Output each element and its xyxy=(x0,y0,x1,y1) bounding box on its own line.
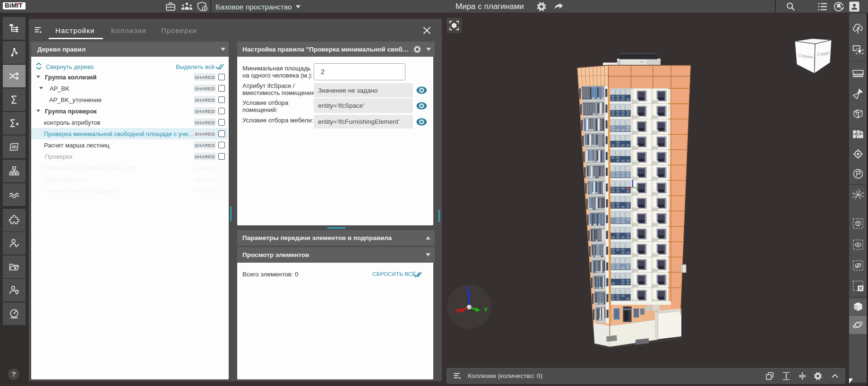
svg-text:Y: Y xyxy=(484,306,488,313)
svg-text:2: 2 xyxy=(858,189,859,192)
svg-text:X: X xyxy=(455,307,460,314)
svg-text:1: 1 xyxy=(852,192,854,196)
svg-text:2D: 2D xyxy=(11,145,17,150)
svg-text:Z: Z xyxy=(466,285,470,292)
